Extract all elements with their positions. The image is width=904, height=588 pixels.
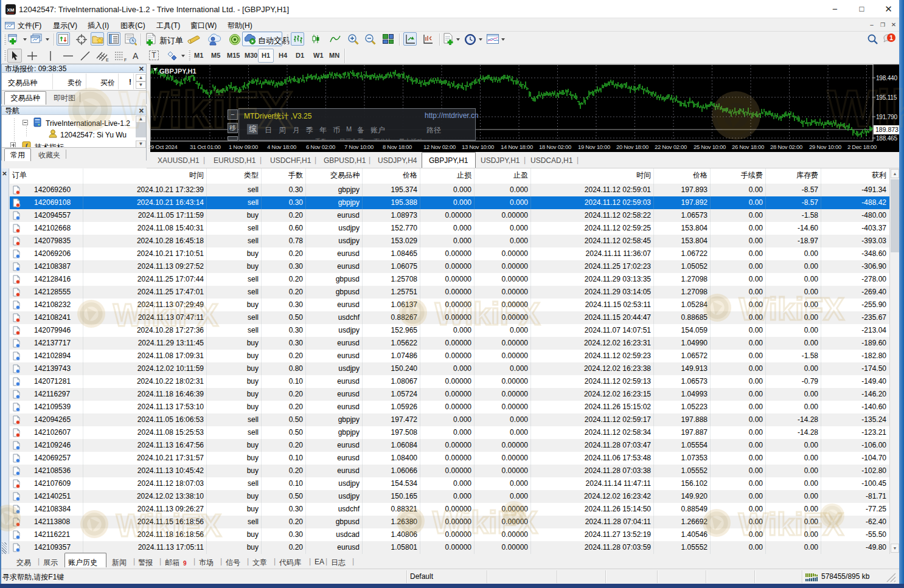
svg-text:22 Nov 02:00: 22 Nov 02:00 — [655, 144, 687, 150]
svg-text:188.465: 188.465 — [876, 135, 897, 142]
svg-text:28 Nov 02:00: 28 Nov 02:00 — [770, 144, 802, 150]
svg-text:19 Nov 10:00: 19 Nov 10:00 — [578, 144, 610, 150]
svg-text:8 Nov 18:00: 8 Nov 18:00 — [383, 144, 412, 150]
svg-text:29 Nov 10:00: 29 Nov 10:00 — [809, 144, 841, 150]
svg-text:20 Nov 18:00: 20 Nov 18:00 — [616, 144, 648, 150]
svg-text:26 Nov 18:00: 26 Nov 18:00 — [732, 144, 764, 150]
svg-text:198.440: 198.440 — [876, 75, 897, 81]
svg-text:29 Oct 2024: 29 Oct 2024 — [148, 144, 177, 150]
svg-text:7 Nov 10:00: 7 Nov 10:00 — [344, 144, 374, 150]
svg-text:12 Nov 02:00: 12 Nov 02:00 — [423, 144, 456, 150]
svg-text:14 Nov 18:00: 14 Nov 18:00 — [501, 144, 533, 150]
svg-text:1 Nov 09:00: 1 Nov 09:00 — [229, 144, 258, 150]
svg-text:6 Nov 02:00: 6 Nov 02:00 — [306, 144, 335, 150]
svg-text:13 Nov 10:00: 13 Nov 10:00 — [462, 144, 494, 150]
svg-text:18 Nov 02:00: 18 Nov 02:00 — [539, 144, 571, 150]
svg-text:195.115: 195.115 — [876, 94, 897, 101]
svg-text:31 Oct 01:00: 31 Oct 01:00 — [190, 144, 221, 150]
svg-text:GBPJPY,H1: GBPJPY,H1 — [159, 67, 196, 75]
svg-text:191.790: 191.790 — [876, 114, 897, 120]
svg-text:189.873: 189.873 — [875, 126, 899, 133]
svg-text:25 Nov 10:00: 25 Nov 10:00 — [694, 144, 726, 150]
svg-text:2 Dec 18:00: 2 Dec 18:00 — [847, 144, 877, 150]
svg-text:4 Nov 18:00: 4 Nov 18:00 — [267, 144, 296, 150]
